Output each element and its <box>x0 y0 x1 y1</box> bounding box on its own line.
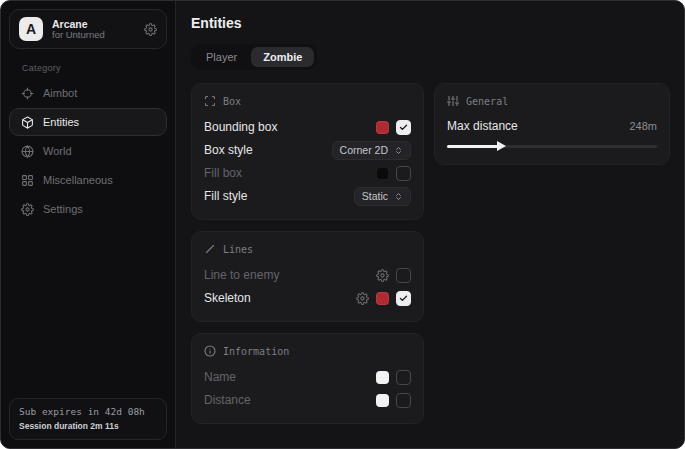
sidebar: A Arcane for Unturned Category Aimbot <box>1 1 176 448</box>
setting-label: Skeleton <box>204 291 251 305</box>
gear-icon[interactable] <box>376 269 389 282</box>
category-label: Category <box>22 63 167 73</box>
crosshair-icon <box>21 87 34 100</box>
lines-card: Lines Line to enemy Skeleton <box>191 231 424 322</box>
information-card: Information Name Distance <box>191 333 424 424</box>
skeleton-checkbox[interactable] <box>396 291 411 306</box>
setting-row-name: Name <box>204 366 411 388</box>
setting-label: Fill box <box>204 166 242 180</box>
setting-row-line-to-enemy: Line to enemy <box>204 264 411 286</box>
sidebar-item-entities[interactable]: Entities <box>9 108 167 136</box>
color-swatch[interactable] <box>376 121 389 134</box>
setting-label: Distance <box>204 393 251 407</box>
setting-row-fill-style: Fill style Static <box>204 185 411 207</box>
page-title: Entities <box>191 15 670 31</box>
session-duration-text: Session duration 2m 11s <box>19 421 157 431</box>
sidebar-item-world[interactable]: World <box>9 137 167 165</box>
setting-row-fill-box: Fill box <box>204 162 411 184</box>
selected-option: Static <box>362 190 388 202</box>
color-swatch[interactable] <box>376 167 389 180</box>
information-card-title: Information <box>223 346 289 357</box>
logo-initial: A <box>26 21 36 37</box>
fill-style-select[interactable]: Static <box>354 187 411 206</box>
tab-zombie[interactable]: Zombie <box>251 47 314 67</box>
general-card: General Max distance 248m <box>434 83 670 165</box>
arcane-window: A Arcane for Unturned Category Aimbot <box>0 0 685 449</box>
slider-fill <box>447 145 499 148</box>
lines-card-title: Lines <box>223 244 253 255</box>
color-swatch[interactable] <box>376 371 389 384</box>
max-distance-slider[interactable] <box>447 140 657 152</box>
slider-thumb[interactable] <box>497 141 506 151</box>
sidebar-nav: Aimbot Entities World Miscellaneous <box>9 79 167 223</box>
setting-label: Name <box>204 370 236 384</box>
sidebar-item-aimbot[interactable]: Aimbot <box>9 79 167 107</box>
chevrons-up-down-icon <box>394 192 403 201</box>
selected-option: Corner 2D <box>340 144 388 156</box>
color-swatch[interactable] <box>376 292 389 305</box>
brand-name: Arcane <box>52 18 135 30</box>
diagonal-line-icon <box>204 243 216 255</box>
sub-expiry-text: Sub expires in 42d 08h <box>19 406 157 417</box>
setting-row-skeleton: Skeleton <box>204 287 411 309</box>
gear-icon[interactable] <box>356 292 369 305</box>
cube-icon <box>21 116 34 129</box>
sidebar-item-label: Aimbot <box>43 87 77 99</box>
max-distance-value: 248m <box>629 120 657 132</box>
subscription-info: Sub expires in 42d 08h Session duration … <box>9 398 167 440</box>
setting-row-box-style: Box style Corner 2D <box>204 139 411 161</box>
gear-icon[interactable] <box>144 23 157 36</box>
name-checkbox[interactable] <box>396 370 411 385</box>
sidebar-item-label: Settings <box>43 203 83 215</box>
sidebar-item-label: Entities <box>43 116 79 128</box>
setting-row-bounding-box: Bounding box <box>204 116 411 138</box>
setting-label: Bounding box <box>204 120 277 134</box>
line-to-enemy-checkbox[interactable] <box>396 268 411 283</box>
grid-icon <box>21 174 34 187</box>
max-distance-label: Max distance <box>447 119 518 133</box>
main-panel: Entities Player Zombie Box Bounding box <box>176 1 684 448</box>
entity-tabs: Player Zombie <box>191 44 317 70</box>
brand-card: A Arcane for Unturned <box>9 9 167 49</box>
general-card-title: General <box>466 96 508 107</box>
fill-box-checkbox[interactable] <box>396 166 411 181</box>
info-icon <box>204 345 216 357</box>
box-style-select[interactable]: Corner 2D <box>332 141 411 160</box>
sliders-icon <box>447 95 459 107</box>
setting-label: Fill style <box>204 189 247 203</box>
sidebar-item-settings[interactable]: Settings <box>9 195 167 223</box>
sidebar-item-miscellaneous[interactable]: Miscellaneous <box>9 166 167 194</box>
brand-subtitle: for Unturned <box>52 30 135 41</box>
sidebar-item-label: Miscellaneous <box>43 174 113 186</box>
setting-row-distance: Distance <box>204 389 411 411</box>
arcane-logo: A <box>19 17 43 41</box>
distance-checkbox[interactable] <box>396 393 411 408</box>
gear-icon <box>21 203 34 216</box>
chevrons-up-down-icon <box>394 146 403 155</box>
bounding-box-checkbox[interactable] <box>396 120 411 135</box>
scan-corners-icon <box>204 95 216 107</box>
box-card: Box Bounding box Box style <box>191 83 424 220</box>
color-swatch[interactable] <box>376 394 389 407</box>
tab-player[interactable]: Player <box>194 47 249 67</box>
setting-label: Line to enemy <box>204 268 279 282</box>
setting-label: Box style <box>204 143 253 157</box>
globe-icon <box>21 145 34 158</box>
sidebar-item-label: World <box>43 145 72 157</box>
box-card-title: Box <box>223 96 241 107</box>
